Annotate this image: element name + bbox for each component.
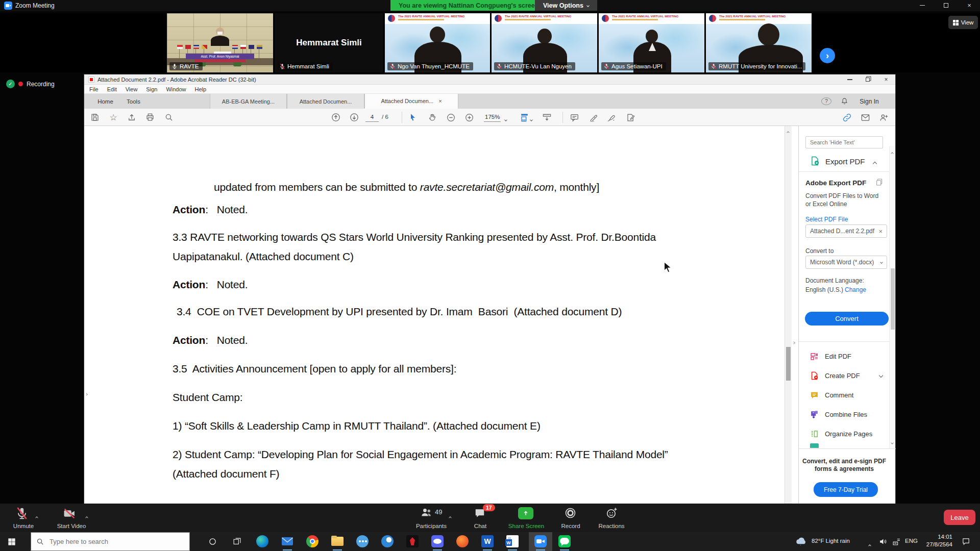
zoom-level-dropdown[interactable]: 175% [484, 113, 501, 122]
fit-dropdown-chevron[interactable] [530, 116, 532, 122]
save-button[interactable] [90, 112, 100, 122]
comment-tool-button[interactable] [569, 112, 579, 122]
next-participants-button[interactable]: › [820, 48, 835, 63]
format-dropdown[interactable]: Microsoft Word (*.docx) [805, 256, 887, 269]
volume-icon[interactable] [879, 537, 888, 546]
record-button[interactable] [564, 507, 577, 521]
tool-edit-pdf[interactable]: Edit PDF [799, 346, 890, 366]
highlight-tool-button[interactable] [588, 112, 598, 122]
taskbar-search[interactable] [31, 532, 190, 551]
tab-home[interactable]: Home [91, 94, 119, 109]
notification-bell-icon[interactable] [841, 97, 848, 105]
zoom-in-button[interactable] [464, 112, 474, 122]
network-icon[interactable] [892, 537, 901, 546]
clock-date[interactable]: 27/8/2564 [923, 541, 952, 547]
print-button[interactable] [145, 112, 155, 122]
clock-time[interactable]: 14:01 [923, 534, 952, 540]
action-center-icon[interactable] [962, 537, 970, 546]
share-link-button[interactable] [842, 112, 852, 122]
acrobat-restore-button[interactable] [862, 74, 873, 85]
skype-icon[interactable] [356, 535, 369, 547]
share-screen-button[interactable] [518, 507, 533, 519]
menu-help[interactable]: Help [195, 86, 207, 92]
tab-document-3-active[interactable]: Attached Documen... × [364, 94, 458, 109]
send-email-button[interactable] [860, 112, 870, 122]
discord-icon[interactable] [431, 535, 444, 547]
fit-width-button[interactable] [519, 112, 529, 122]
clear-file-icon[interactable]: × [878, 228, 883, 235]
menu-sign[interactable]: Sign [146, 86, 157, 92]
menu-file[interactable]: File [89, 86, 99, 92]
tab-document-2[interactable]: Attached Documen... [287, 94, 364, 109]
leave-button[interactable]: Leave [944, 510, 975, 525]
tool-create-pdf[interactable]: Create PDF [799, 366, 890, 385]
file-explorer-icon[interactable] [331, 535, 344, 547]
language-indicator[interactable]: ENG [905, 538, 918, 544]
scroll-up-icon[interactable] [787, 131, 790, 134]
menu-window[interactable]: Window [166, 86, 186, 92]
next-page-button[interactable] [349, 112, 359, 122]
page-number-input[interactable]: 4 [365, 113, 379, 122]
task-view-button[interactable] [227, 532, 247, 551]
free-trial-button[interactable]: Free 7-Day Trial [814, 482, 878, 497]
minimize-button[interactable] [914, 0, 931, 11]
participant-tile-ravte[interactable]: Asst. Prof. Anon Niyasmai RAVTE [167, 13, 273, 72]
right-pane-expander[interactable] [793, 339, 795, 345]
unmute-button[interactable] [15, 507, 29, 522]
chrome-icon[interactable] [306, 535, 318, 547]
convert-button[interactable]: Convert [805, 312, 889, 325]
left-pane-expander[interactable] [85, 391, 87, 396]
security-shield-icon[interactable]: ✓ [6, 80, 15, 88]
export-pdf-header[interactable]: Export PDF [799, 151, 890, 172]
menu-view[interactable]: View [126, 86, 138, 92]
scrollbar-thumb[interactable] [891, 268, 895, 330]
tab-close-icon[interactable]: × [438, 98, 442, 104]
menu-edit[interactable]: Edit [107, 86, 117, 92]
view-layout-button[interactable]: View [948, 16, 978, 29]
garena-icon[interactable] [406, 535, 419, 547]
ruler-toolbar-button[interactable] [542, 112, 552, 122]
mail-icon[interactable] [281, 535, 293, 547]
change-language-link[interactable]: Change [845, 286, 866, 293]
sign-in-button[interactable]: Sign In [854, 94, 885, 109]
panel-scrollbar[interactable] [889, 146, 895, 448]
share-upload-button[interactable] [127, 112, 137, 122]
star-favorites-button[interactable]: ☆ [108, 112, 118, 122]
tab-tools[interactable]: Tools [119, 94, 148, 109]
scroll-up-icon[interactable] [891, 152, 894, 155]
scroll-down-icon[interactable] [891, 441, 894, 444]
word-icon[interactable]: W [481, 535, 494, 547]
participant-tile-hemmarat[interactable]: Hemmarat Simli Hemmarat Simli [275, 13, 383, 72]
orange-app-icon[interactable] [456, 535, 469, 547]
weather-cloud-icon[interactable] [795, 537, 807, 546]
reactions-button[interactable] [605, 507, 618, 521]
tab-document-1[interactable]: AB-EB-GA Meeting... [210, 94, 287, 109]
zoom-out-button[interactable] [446, 112, 456, 122]
participant-tile-vulan[interactable]: The 2021 RAVTE ANNUAL VIRTUAL MEETING HC… [492, 13, 597, 72]
collapse-chevron-icon[interactable] [873, 162, 877, 166]
edge-icon[interactable] [256, 535, 268, 547]
taskbar-search-input[interactable] [48, 537, 171, 546]
start-button[interactable] [0, 532, 23, 551]
select-tool-button[interactable] [408, 112, 418, 122]
invite-person-button[interactable] [878, 112, 889, 122]
onedrive-swirl-icon[interactable] [381, 535, 394, 547]
close-button[interactable]: × [961, 0, 978, 11]
word-document-icon[interactable]: W [506, 535, 519, 547]
more-tools-button[interactable] [625, 112, 635, 122]
tool-comment[interactable]: Comment [799, 385, 890, 405]
tray-overflow-chevron[interactable] [869, 540, 871, 549]
pdf-document-page[interactable]: updated from members can be submitted to… [84, 126, 785, 504]
weather-label[interactable]: 82°F Light rain [812, 538, 850, 544]
acrobat-minimize-button[interactable] [844, 74, 855, 85]
zoom-dropdown-chevron[interactable] [505, 116, 507, 122]
start-video-button[interactable] [62, 507, 77, 522]
participants-button[interactable] [420, 507, 433, 521]
scrollbar-thumb[interactable] [786, 347, 791, 381]
tools-search-input[interactable] [805, 136, 883, 148]
tool-combine-files[interactable]: Combine Files [799, 405, 890, 424]
tool-organize-pages[interactable]: Organize Pages [799, 424, 890, 443]
hand-tool-button[interactable] [427, 112, 437, 122]
previous-page-button[interactable] [331, 112, 341, 122]
maximize-button[interactable] [937, 0, 954, 11]
